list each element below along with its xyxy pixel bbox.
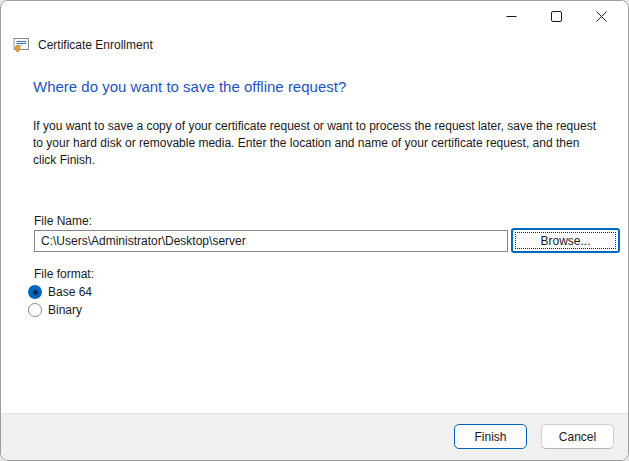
file-name-label: File Name: — [34, 214, 92, 228]
radio-button-base64[interactable] — [28, 285, 42, 299]
footer-bar: Finish Cancel — [1, 413, 628, 460]
minimize-button[interactable] — [489, 1, 534, 31]
caption-buttons — [489, 1, 624, 31]
radio-label-base64: Base 64 — [48, 285, 92, 299]
close-icon — [596, 11, 607, 22]
certificate-enrollment-window: Certificate Enrollment Where do you want… — [0, 0, 629, 461]
cancel-button[interactable]: Cancel — [541, 424, 614, 449]
radio-button-binary[interactable] — [28, 303, 42, 317]
certificate-icon — [13, 37, 30, 53]
browse-button[interactable]: Browse... — [511, 228, 620, 253]
file-name-input[interactable] — [34, 230, 508, 252]
maximize-icon — [551, 11, 562, 22]
radio-option-base64[interactable]: Base 64 — [28, 285, 92, 299]
radio-option-binary[interactable]: Binary — [28, 303, 82, 317]
maximize-button[interactable] — [534, 1, 579, 31]
titlebar[interactable] — [1, 1, 628, 31]
app-header: Certificate Enrollment — [13, 37, 153, 53]
close-button[interactable] — [579, 1, 624, 31]
finish-button[interactable]: Finish — [454, 424, 527, 449]
page-title: Where do you want to save the offline re… — [33, 78, 346, 95]
file-format-label: File format: — [34, 267, 94, 281]
minimize-icon — [506, 11, 517, 22]
app-title: Certificate Enrollment — [38, 38, 153, 52]
radio-label-binary: Binary — [48, 303, 82, 317]
description-text: If you want to save a copy of your certi… — [33, 118, 605, 169]
